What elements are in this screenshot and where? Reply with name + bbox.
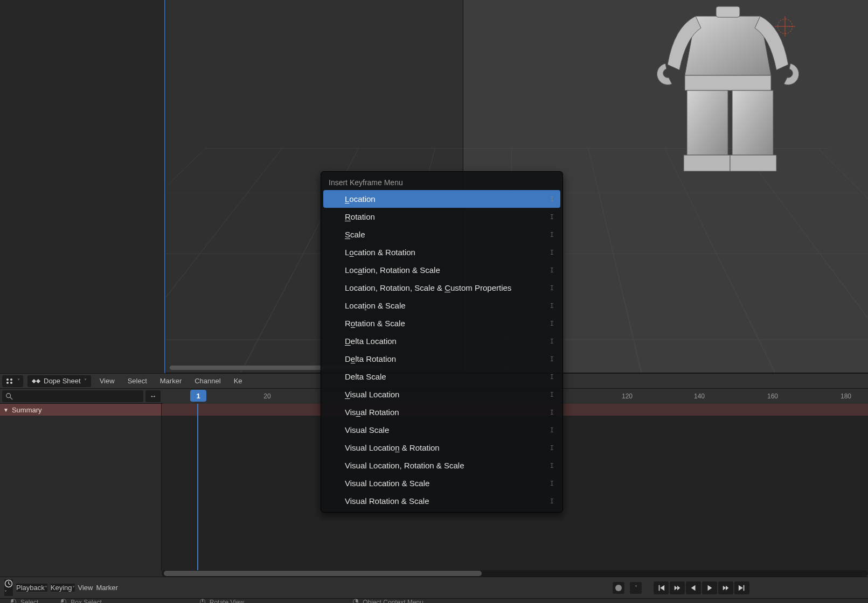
keyframe-option-shortcut: I: [550, 409, 554, 416]
keyframe-option-label: Visual Location, Rotation & Scale: [345, 461, 464, 470]
summary-label: Summary: [12, 406, 42, 414]
mouse-middle-icon: [199, 599, 206, 603]
keyframe-option[interactable]: Delta ScaleI: [323, 368, 560, 385]
keyframe-option[interactable]: Visual RotationI: [323, 403, 560, 421]
svg-rect-3: [684, 155, 730, 171]
svg-rect-16: [61, 599, 64, 602]
autokey-mode-dropdown[interactable]: ˅: [630, 582, 642, 594]
keyframe-option-shortcut: I: [550, 284, 554, 292]
svg-rect-14: [11, 599, 13, 602]
search-icon: [5, 392, 13, 400]
svg-rect-0: [685, 75, 771, 90]
keyframe-option[interactable]: Visual Rotation & ScaleI: [323, 492, 560, 510]
keyframes-icon: [32, 377, 40, 385]
channel-search-input[interactable]: [16, 391, 140, 401]
chevron-down-icon: ˅: [17, 378, 20, 384]
svg-rect-2: [732, 90, 773, 155]
svg-point-10: [6, 393, 11, 397]
svg-rect-5: [716, 6, 740, 17]
svg-rect-18: [202, 600, 203, 602]
svg-line-11: [10, 397, 12, 399]
keyframe-option[interactable]: Location, Rotation & ScaleI: [323, 261, 560, 279]
keyframe-option[interactable]: Location & RotationI: [323, 243, 560, 261]
keyframe-option[interactable]: LocationI: [323, 190, 560, 208]
play-button[interactable]: [702, 581, 717, 594]
jump-end-button[interactable]: [734, 581, 749, 594]
next-keyframe-button[interactable]: [718, 581, 733, 594]
menu-view[interactable]: View: [78, 584, 93, 592]
keyframe-option-label: Location & Rotation: [345, 248, 415, 257]
autokey-toggle[interactable]: [613, 582, 624, 594]
mouse-right-icon: [352, 599, 359, 603]
channel-list[interactable]: ▼ Summary: [0, 404, 162, 571]
menu-channel[interactable]: Channel: [188, 377, 227, 385]
playback-menu[interactable]: Playback˅: [16, 584, 47, 592]
keyframe-option[interactable]: Visual LocationI: [323, 385, 560, 403]
current-frame-badge[interactable]: 1: [190, 390, 206, 402]
timeline-playhead-extension: [164, 0, 165, 373]
dopesheet-hscroll-thumb[interactable]: [164, 571, 482, 576]
keyframe-option-label: Delta Scale: [345, 372, 386, 381]
menu-marker[interactable]: Marker: [154, 377, 188, 385]
play-reverse-button[interactable]: [686, 581, 701, 594]
keyframe-option-shortcut: I: [550, 462, 554, 469]
svg-rect-4: [730, 155, 776, 171]
keyframe-option-shortcut: I: [550, 195, 554, 203]
dopesheet-hscroll[interactable]: [162, 570, 868, 577]
chevron-down-icon: ˅: [4, 590, 7, 595]
keyframe-option-label: Visual Location & Scale: [345, 479, 429, 488]
keyframe-option-shortcut: I: [550, 338, 554, 345]
keyframe-option[interactable]: ScaleI: [323, 226, 560, 243]
collapse-triangle-icon[interactable]: ▼: [3, 407, 9, 413]
ruler-tick: 120: [622, 389, 633, 404]
keyframe-option-label: Delta Location: [345, 336, 397, 346]
prev-keyframe-button[interactable]: [670, 581, 685, 594]
keyframe-option[interactable]: Visual Location & RotationI: [323, 439, 560, 457]
mouse-left-drag-icon: [60, 599, 67, 603]
keyframe-option[interactable]: Visual Location, Rotation & ScaleI: [323, 457, 560, 474]
keyframe-option-shortcut: I: [550, 426, 554, 434]
chevron-down-icon: ˅: [84, 378, 87, 384]
keying-menu[interactable]: Keying˅: [51, 584, 75, 592]
dopesheet-icon: [5, 377, 14, 385]
ruler-tick: 180: [841, 389, 851, 404]
keyframe-option-shortcut: I: [550, 480, 554, 487]
keyframe-option[interactable]: Visual ScaleI: [323, 421, 560, 439]
playhead[interactable]: [197, 404, 198, 571]
keyframe-option-label: Visual Location & Rotation: [345, 443, 440, 452]
ruler-tick: 20: [263, 389, 270, 404]
menu-key[interactable]: Ke: [227, 377, 249, 385]
keyframe-option-label: Location, Rotation & Scale: [345, 265, 440, 275]
menu-select[interactable]: Select: [121, 377, 154, 385]
jump-start-button[interactable]: [654, 581, 669, 594]
editor-type-dropdown[interactable]: ˅: [2, 375, 23, 387]
keyframe-option[interactable]: Location & ScaleI: [323, 297, 560, 314]
keyframe-option[interactable]: Delta LocationI: [323, 332, 560, 350]
keyframe-option-label: Rotation & Scale: [345, 319, 405, 328]
keyframe-option[interactable]: Delta RotationI: [323, 350, 560, 368]
mode-dropdown[interactable]: Dope Sheet ˅: [27, 375, 91, 387]
svg-point-8: [6, 382, 9, 384]
status-hints: Select Box Select Rotate View Object Con…: [0, 598, 868, 603]
editor-type-dropdown[interactable]: ˅: [4, 579, 13, 596]
hint-context-menu: Object Context Menu: [352, 599, 423, 603]
playback-label: Playback: [16, 584, 45, 592]
mode-label: Dope Sheet: [44, 377, 81, 385]
menu-marker[interactable]: Marker: [96, 584, 117, 592]
summary-channel[interactable]: ▼ Summary: [0, 404, 161, 416]
keyframe-option-shortcut: I: [550, 355, 554, 363]
keyframe-option[interactable]: RotationI: [323, 208, 560, 226]
svg-rect-20: [356, 599, 358, 602]
keyframe-option[interactable]: Rotation & ScaleI: [323, 314, 560, 332]
channel-width-handle[interactable]: ↔: [145, 390, 161, 402]
svg-point-7: [10, 378, 12, 381]
keyframe-option-label: Rotation: [345, 212, 375, 221]
channel-search[interactable]: [2, 390, 143, 402]
keyframe-option-label: Visual Rotation & Scale: [345, 496, 429, 506]
insert-keyframe-menu[interactable]: Insert Keyframe Menu LocationIRotationIS…: [321, 171, 563, 513]
keyframe-option-label: Visual Location: [345, 390, 399, 399]
menu-view[interactable]: View: [93, 377, 121, 385]
keyframe-option-shortcut: I: [550, 444, 554, 452]
keyframe-option[interactable]: Location, Rotation, Scale & Custom Prope…: [323, 279, 560, 297]
keyframe-option[interactable]: Visual Location & ScaleI: [323, 474, 560, 492]
